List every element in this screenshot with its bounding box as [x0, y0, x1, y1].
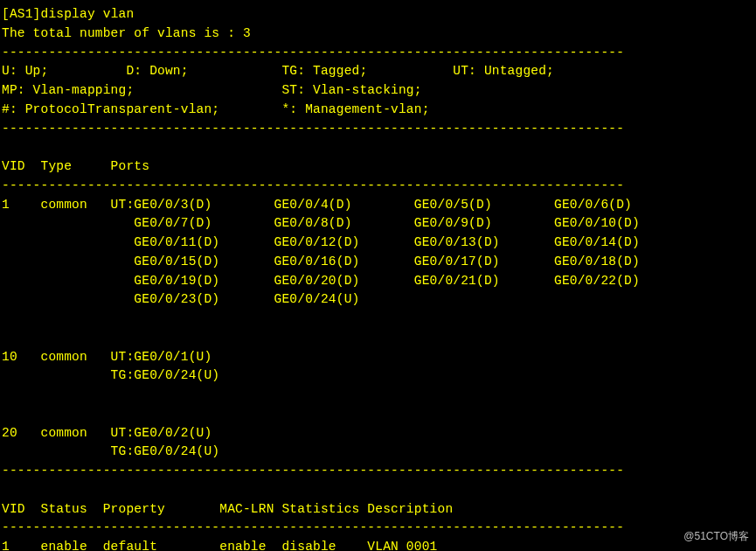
divider: ----------------------------------------…	[2, 122, 624, 136]
ports-header: VID Type Ports	[2, 159, 149, 173]
vlan-total: 3	[243, 26, 251, 40]
legend-line-2: MP: Vlan-mapping; ST: Vlan-stacking;	[2, 83, 422, 97]
divider: ----------------------------------------…	[2, 45, 624, 59]
divider: ----------------------------------------…	[2, 464, 624, 478]
blank	[2, 140, 10, 154]
legend-line-3: #: ProtocolTransparent-vlan; *: Manageme…	[2, 102, 430, 116]
command: display vlan	[41, 7, 135, 21]
legend-line-1: U: Up; D: Down; TG: Tagged; UT: Untagged…	[2, 64, 554, 78]
divider: ----------------------------------------…	[2, 520, 624, 534]
vlan-ports-table: 1 common UT:GE0/0/3(D) GE0/0/4(D) GE0/0/…	[2, 198, 640, 459]
status-header: VID Status Property MAC-LRN Statistics D…	[2, 502, 453, 516]
status-table: 1 enable default enable disable VLAN 000…	[2, 540, 437, 551]
watermark: @51CTO博客	[683, 528, 749, 544]
prompt: [AS1]	[2, 7, 41, 21]
blank	[2, 483, 10, 497]
summary-prefix: The total number of vlans is :	[2, 26, 243, 40]
terminal-output[interactable]: [AS1]display vlan The total number of vl…	[0, 0, 756, 551]
divider: ----------------------------------------…	[2, 178, 624, 192]
